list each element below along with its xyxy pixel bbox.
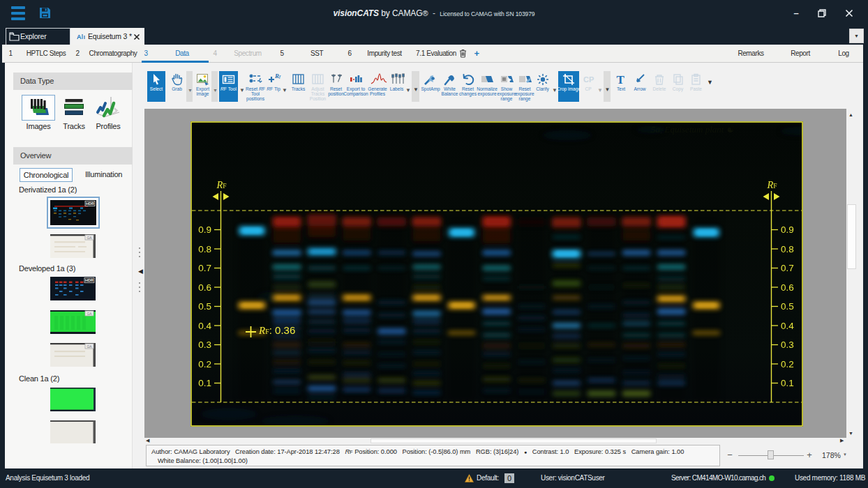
svg-text:0.3: 0.3	[781, 340, 794, 350]
svg-text:A: A	[77, 33, 82, 40]
svg-text:0.1: 0.1	[781, 378, 794, 388]
svg-text:5a, Equisetum plant ☯: 5a, Equisetum plant ☯	[651, 124, 735, 135]
svg-text:GA: GA	[87, 236, 92, 240]
svg-text:0.7: 0.7	[198, 263, 211, 273]
svg-text:0.9: 0.9	[198, 224, 211, 235]
svg-text:0.8: 0.8	[198, 244, 211, 254]
svg-text:0.5: 0.5	[198, 301, 211, 312]
svg-text:0.3: 0.3	[198, 340, 211, 350]
svg-text:0.4: 0.4	[781, 321, 794, 331]
svg-text:0.2: 0.2	[198, 359, 211, 369]
svg-text:0.6: 0.6	[781, 282, 794, 293]
svg-text:0.9: 0.9	[781, 224, 794, 235]
svg-text:RF: 0.36: RF: 0.36	[258, 324, 295, 336]
svg-text:0.7: 0.7	[781, 263, 794, 273]
svg-text:0.1: 0.1	[198, 378, 211, 388]
svg-text:CP: CP	[583, 75, 594, 84]
svg-text:0.6: 0.6	[198, 282, 211, 293]
svg-text:0.5: 0.5	[781, 301, 794, 312]
svg-text:Rf: Rf	[274, 73, 281, 79]
svg-text:GA: GA	[87, 312, 92, 316]
svg-text:0.4: 0.4	[198, 321, 211, 331]
svg-text:0.8: 0.8	[781, 244, 794, 254]
svg-text:T: T	[617, 73, 625, 86]
svg-text:GA: GA	[87, 344, 92, 349]
svg-text:HDR: HDR	[85, 278, 93, 282]
svg-text:HDR: HDR	[86, 201, 94, 206]
svg-text:0.2: 0.2	[781, 359, 794, 369]
